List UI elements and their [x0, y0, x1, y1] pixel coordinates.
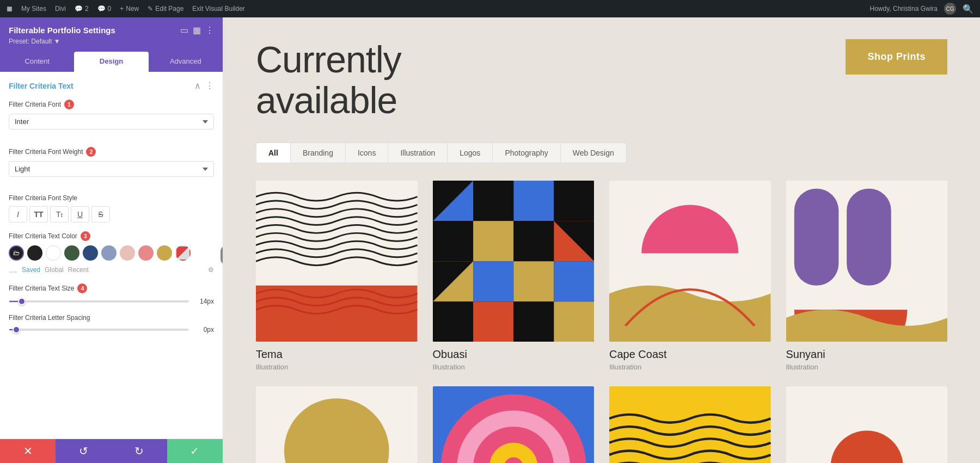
portfolio-item-obuasi[interactable]: Obuasi Illustration: [433, 181, 595, 372]
wordpress-icon[interactable]: ■: [7, 3, 13, 15]
section-header: Filter Criteria Text ∧ ⋮: [9, 81, 214, 91]
text-size-value: 14px: [194, 298, 214, 305]
drag-handle[interactable]: ↔: [220, 245, 223, 265]
filter-tab-photography[interactable]: Photography: [493, 143, 560, 163]
text-color-badge: 3: [81, 231, 90, 241]
redo-button[interactable]: ↻: [112, 439, 167, 463]
wp-admin-bar: ■ My Sites Divi 💬 2 💬 0 + New ✎ Edit Pag…: [0, 0, 980, 17]
color-tab-recent[interactable]: Recent: [68, 266, 89, 274]
uppercase-button[interactable]: TT: [29, 206, 48, 223]
edit-page-label: Edit Page: [155, 5, 183, 13]
underline-button[interactable]: U: [71, 206, 89, 223]
plus-icon: +: [120, 5, 124, 13]
panel-header: Filterable Portfolio Settings ▭ ▦ ⋮ Pres…: [0, 17, 223, 52]
comments-count: 2: [85, 5, 89, 13]
cancel-button[interactable]: ✕: [0, 439, 56, 463]
letter-spacing-slider[interactable]: [9, 329, 189, 331]
svg-rect-5: [513, 181, 554, 221]
filter-tab-logos[interactable]: Logos: [448, 143, 493, 163]
section-more-icon[interactable]: ⋮: [205, 81, 214, 91]
font-weight-select[interactable]: Light: [9, 161, 214, 177]
portfolio-item-tema[interactable]: Tema Illustration: [256, 181, 418, 372]
svg-rect-7: [433, 221, 473, 261]
panel-resize-icon[interactable]: ▭: [180, 25, 188, 35]
portfolio-name-tema: Tema: [256, 348, 418, 361]
capitalize-button[interactable]: Tt: [50, 206, 69, 223]
text-size-field-group: Filter Criteria Text Size 4 14px: [9, 283, 214, 305]
panel-menu-icon[interactable]: ⋮: [205, 25, 214, 35]
color-swatch-red-diagonal[interactable]: [175, 245, 191, 261]
strikethrough-button[interactable]: S: [91, 206, 110, 223]
search-icon[interactable]: 🔍: [963, 4, 973, 14]
font-field-group: Filter Criteria Font 1 Inter: [9, 100, 214, 138]
save-button[interactable]: ✓: [167, 439, 223, 463]
tab-content[interactable]: Content: [0, 52, 74, 72]
text-size-slider[interactable]: [9, 300, 189, 303]
svg-rect-15: [433, 301, 473, 342]
portfolio-category-obuasi: Illustration: [433, 363, 595, 371]
color-swatch-light-pink[interactable]: [120, 245, 135, 261]
tab-advanced[interactable]: Advanced: [149, 52, 223, 72]
eyedropper-swatch[interactable]: 🗁: [9, 245, 24, 261]
my-sites-menu[interactable]: My Sites: [21, 5, 46, 13]
panel-preset[interactable]: Preset: Default ▼: [9, 35, 214, 52]
font-select[interactable]: Inter: [9, 114, 214, 129]
save-icon: ✓: [190, 445, 199, 458]
eyedropper-icon: 🗁: [13, 249, 20, 257]
avatar[interactable]: CG: [944, 3, 956, 15]
color-swatches: 🗁: [9, 245, 214, 261]
svg-rect-13: [513, 261, 554, 301]
panel-grid-icon[interactable]: ▦: [193, 25, 201, 35]
portfolio-item-sunyani[interactable]: Sunyani Illustration: [786, 181, 948, 372]
color-swatch-medium-blue[interactable]: [101, 245, 117, 261]
tab-design[interactable]: Design: [74, 52, 148, 72]
italic-button[interactable]: I: [9, 206, 27, 223]
color-swatch-black[interactable]: [27, 245, 42, 261]
exit-visual-builder-button[interactable]: Exit Visual Builder: [192, 5, 245, 13]
color-swatch-dark-blue[interactable]: [83, 245, 98, 261]
svg-rect-8: [473, 221, 513, 261]
edit-page-button[interactable]: ✎ Edit Page: [148, 5, 183, 13]
undo-button[interactable]: ↺: [56, 439, 111, 463]
filter-tab-web-design[interactable]: Web Design: [561, 143, 626, 163]
section-title: Filter Criteria Text: [9, 82, 74, 90]
exit-vb-label: Exit Visual Builder: [192, 5, 245, 13]
color-settings-icon[interactable]: ⚙: [208, 266, 214, 274]
letter-spacing-value: 0px: [194, 326, 214, 334]
color-tab-saved[interactable]: Saved: [22, 266, 40, 274]
comments-menu[interactable]: 💬 2: [75, 5, 89, 13]
color-swatch-salmon[interactable]: [138, 245, 154, 261]
filter-tab-branding[interactable]: Branding: [291, 143, 346, 163]
filter-tab-illustration[interactable]: Illustration: [388, 143, 448, 163]
responses-menu[interactable]: 💬 0: [97, 5, 112, 13]
font-weight-field-group: Filter Criteria Font Weight 2 Light: [9, 147, 214, 186]
color-tabs: … Saved Global Recent ⚙: [9, 265, 214, 275]
color-swatch-white[interactable]: [46, 245, 61, 261]
filter-tab-all[interactable]: All: [256, 143, 291, 163]
color-swatch-dark-green[interactable]: [64, 245, 79, 261]
svg-rect-14: [554, 261, 594, 301]
filter-tab-icons[interactable]: Icons: [346, 143, 388, 163]
portfolio-item-8[interactable]: [786, 386, 948, 463]
portfolio-name-sunyani: Sunyani: [786, 348, 948, 361]
section-collapse-icon[interactable]: ∧: [194, 81, 201, 91]
divi-menu[interactable]: Divi: [55, 5, 66, 13]
portfolio-item-7[interactable]: [609, 386, 771, 463]
new-menu[interactable]: + New: [120, 5, 139, 13]
cancel-icon: ✕: [23, 445, 33, 458]
portfolio-item-cape-coast[interactable]: Cape Coast Illustration: [609, 181, 771, 372]
portfolio-category-tema: Illustration: [256, 363, 418, 371]
color-swatch-gold[interactable]: [157, 245, 172, 261]
portfolio-item-5[interactable]: …: [256, 386, 418, 463]
portfolio-thumb-5: …: [256, 386, 418, 463]
color-more-dots[interactable]: …: [9, 265, 17, 275]
color-tab-global[interactable]: Global: [45, 266, 64, 274]
filter-tabs: All Branding Icons Illustration Logos Ph…: [256, 143, 627, 163]
shop-prints-button[interactable]: Shop Prints: [846, 39, 947, 75]
edit-icon: ✎: [148, 5, 153, 13]
portfolio-category-sunyani: Illustration: [786, 363, 948, 371]
portfolio-item-6[interactable]: [433, 386, 595, 463]
redo-icon: ↻: [134, 445, 144, 458]
portfolio-grid: Tema Illustration: [256, 181, 947, 463]
font-weight-label: Filter Criteria Font Weight 2: [9, 147, 214, 157]
